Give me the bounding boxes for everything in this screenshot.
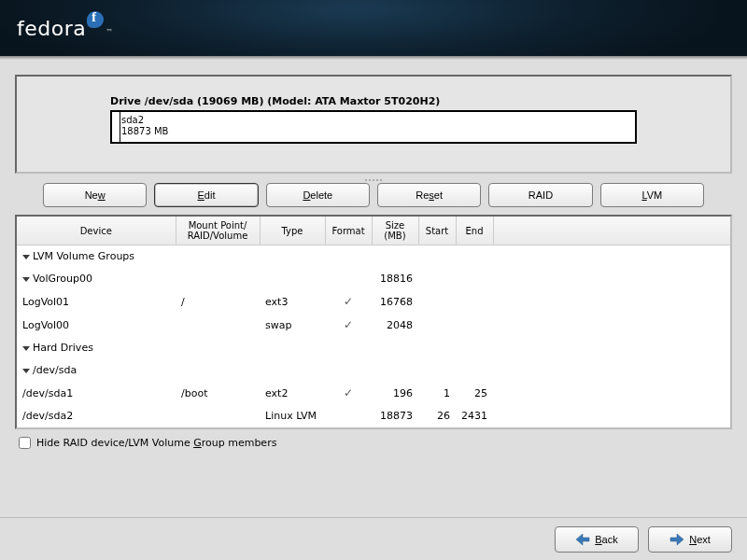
col-type[interactable]: Type (260, 217, 325, 245)
col-spacer (493, 217, 730, 245)
expand-icon[interactable] (22, 369, 30, 373)
checkbox-label: Hide RAID device/LVM Volume Group member… (36, 437, 276, 449)
table-row[interactable]: /dev/sda (17, 359, 730, 382)
cell: /boot (176, 382, 260, 405)
cell: 18873 (372, 405, 418, 427)
cell: 16768 (372, 290, 418, 314)
cell: /dev/sda2 (17, 405, 176, 427)
expand-icon[interactable] (22, 277, 30, 282)
check-icon: ✓ (344, 386, 353, 399)
fedora-logo: fedora ™ (17, 17, 114, 40)
table-row[interactable]: VolGroup00 18816 (17, 268, 730, 290)
arrow-right-icon (669, 533, 684, 546)
cell: Hard Drives (33, 342, 93, 354)
cell: 25 (456, 382, 493, 405)
partition-size: 18873 MB (121, 126, 631, 137)
cell: /dev/sda (33, 364, 77, 376)
lvm-button[interactable]: LVM (600, 183, 704, 207)
trademark: ™ (106, 28, 114, 36)
col-format[interactable]: Format (325, 217, 372, 245)
table-row[interactable]: LogVol00 swap ✓ 2048 (17, 314, 730, 337)
reset-button[interactable]: Reset (377, 183, 481, 207)
cell: ext3 (260, 290, 325, 314)
hide-raid-checkbox[interactable] (19, 437, 31, 449)
partition-label: sda2 (121, 115, 631, 126)
fedora-bubble-icon (87, 11, 104, 28)
drive-title: Drive /dev/sda (19069 MB) (Model: ATA Ma… (110, 95, 637, 107)
header-bar: fedora ™ (0, 0, 747, 56)
delete-button[interactable]: Delete (266, 183, 370, 207)
drive-partition-bar[interactable]: sda2 18873 MB (110, 110, 637, 144)
table-row[interactable]: /dev/sda1 /boot ext2 ✓ 196 1 25 (17, 382, 730, 405)
table-row[interactable]: /dev/sda2 Linux LVM 18873 26 2431 (17, 405, 730, 427)
col-end[interactable]: End (456, 217, 493, 245)
expand-icon[interactable] (22, 346, 30, 351)
arrow-left-icon (575, 533, 590, 546)
table-row[interactable]: LogVol01 / ext3 ✓ 16768 (17, 290, 730, 314)
cell: swap (260, 314, 325, 337)
col-mount[interactable]: Mount Point/ RAID/Volume (176, 217, 260, 245)
check-icon: ✓ (344, 318, 353, 331)
partition-sda2-chip[interactable]: sda2 18873 MB (118, 112, 635, 142)
next-button[interactable]: Next (648, 526, 732, 553)
table-header-row: Device Mount Point/ RAID/Volume Type For… (17, 217, 730, 245)
logo-text: fedora (17, 17, 86, 40)
cell: ext2 (260, 382, 325, 405)
check-icon: ✓ (344, 295, 353, 308)
cell: 2048 (372, 314, 418, 337)
cell: 2431 (456, 405, 493, 427)
cell: Linux LVM (260, 405, 325, 427)
cell: /dev/sda1 (17, 382, 176, 405)
hide-raid-checkbox-row[interactable]: Hide RAID device/LVM Volume Group member… (15, 429, 732, 456)
col-device[interactable]: Device (17, 217, 176, 245)
new-button[interactable]: New (43, 183, 147, 207)
cell: 26 (418, 405, 456, 427)
edit-button[interactable]: Edit (154, 183, 258, 207)
footer-nav: Back Next (0, 517, 747, 560)
col-size[interactable]: Size (MB) (372, 217, 418, 245)
cell: LVM Volume Groups (33, 250, 134, 262)
raid-button[interactable]: RAID (488, 183, 592, 207)
drive-summary-panel: Drive /dev/sda (19069 MB) (Model: ATA Ma… (15, 75, 732, 174)
cell: / (176, 290, 260, 314)
toolbar: New Edit Delete Reset RAID LVM (15, 183, 732, 207)
table-row[interactable]: Hard Drives (17, 337, 730, 359)
table-row[interactable]: LVM Volume Groups (17, 245, 730, 268)
expand-icon[interactable] (22, 255, 30, 259)
back-button[interactable]: Back (555, 526, 639, 553)
cell: LogVol01 (17, 290, 176, 314)
col-start[interactable]: Start (418, 217, 456, 245)
cell: 1 (418, 382, 456, 405)
cell: LogVol00 (17, 314, 176, 337)
cell: 18816 (372, 268, 418, 290)
cell: VolGroup00 (33, 273, 92, 285)
cell: 196 (372, 382, 418, 405)
partition-table: Device Mount Point/ RAID/Volume Type For… (15, 215, 732, 429)
